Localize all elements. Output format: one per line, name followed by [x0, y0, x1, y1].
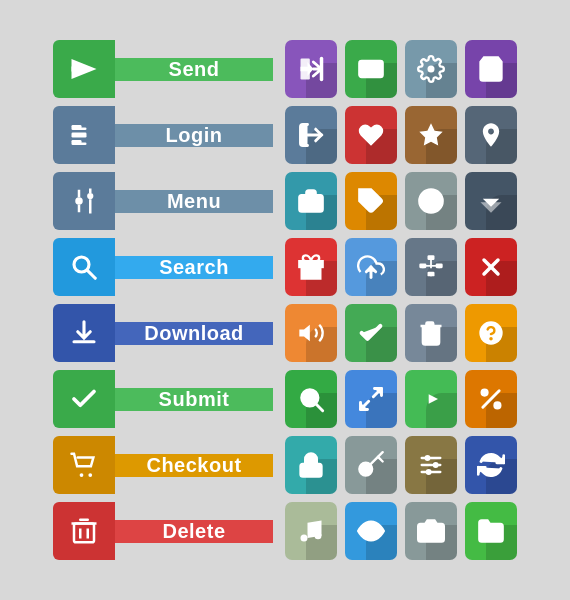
- btn-menu-icon: [53, 172, 115, 230]
- icon-play[interactable]: [405, 370, 457, 428]
- svg-point-65: [425, 455, 431, 461]
- btn-search-label: Search: [115, 256, 273, 279]
- icon-eye[interactable]: [345, 502, 397, 560]
- button-column: SendLoginMenuSearchDownloadSubmitCheckou…: [53, 40, 273, 560]
- btn-checkout[interactable]: Checkout: [53, 436, 273, 494]
- btn-menu[interactable]: Menu: [53, 172, 273, 230]
- svg-point-67: [426, 469, 432, 475]
- svg-point-57: [482, 390, 488, 396]
- icon-chevron-down[interactable]: [465, 172, 517, 230]
- btn-login[interactable]: Login: [53, 106, 273, 164]
- svg-rect-59: [301, 464, 322, 477]
- icon-refresh[interactable]: [465, 436, 517, 494]
- icon-star[interactable]: [405, 106, 457, 164]
- icon-camera[interactable]: [405, 502, 457, 560]
- icon-pin[interactable]: [465, 106, 517, 164]
- svg-rect-33: [428, 255, 435, 260]
- main-container: SendLoginMenuSearchDownloadSubmitCheckou…: [35, 22, 535, 578]
- btn-download[interactable]: Download: [53, 304, 273, 362]
- icon-gear2[interactable]: [405, 40, 457, 98]
- svg-marker-45: [299, 325, 310, 341]
- svg-point-68: [301, 535, 308, 542]
- icon-info[interactable]: [405, 172, 457, 230]
- icon-search2[interactable]: [285, 370, 337, 428]
- icon-percent[interactable]: [465, 370, 517, 428]
- btn-download-icon: [53, 304, 115, 362]
- btn-login-icon: [53, 106, 115, 164]
- svg-line-51: [316, 404, 322, 410]
- svg-rect-4: [79, 128, 87, 131]
- svg-point-69: [315, 532, 322, 539]
- btn-search-icon: [53, 238, 115, 296]
- icon-close[interactable]: [465, 238, 517, 296]
- icon-expand[interactable]: [345, 370, 397, 428]
- svg-rect-0: [72, 67, 85, 72]
- svg-point-71: [426, 528, 435, 537]
- btn-checkout-label: Checkout: [115, 454, 273, 477]
- btn-send-icon: [53, 40, 115, 98]
- icon-question[interactable]: [465, 304, 517, 362]
- icon-org[interactable]: [405, 238, 457, 296]
- svg-point-58: [495, 403, 501, 409]
- icon-check[interactable]: [345, 304, 397, 362]
- svg-point-6: [75, 197, 83, 205]
- btn-login-label: Login: [115, 124, 273, 147]
- svg-rect-12: [74, 524, 94, 543]
- svg-marker-22: [419, 123, 442, 145]
- btn-submit-label: Submit: [115, 388, 273, 411]
- btn-send-label: Send: [115, 58, 273, 81]
- btn-download-label: Download: [115, 322, 273, 345]
- icon-tag[interactable]: [345, 172, 397, 230]
- icon-trash[interactable]: [405, 304, 457, 362]
- btn-submit-icon: [53, 370, 115, 428]
- btn-delete-label: Delete: [115, 520, 273, 543]
- icon-lock[interactable]: [285, 436, 337, 494]
- icon-music[interactable]: [285, 502, 337, 560]
- svg-point-70: [368, 528, 375, 535]
- btn-search[interactable]: Search: [53, 238, 273, 296]
- svg-rect-2: [72, 133, 87, 138]
- icon-mail[interactable]: [345, 40, 397, 98]
- btn-submit[interactable]: Submit: [53, 370, 273, 428]
- btn-delete[interactable]: Delete: [53, 502, 273, 560]
- btn-checkout-icon: [53, 436, 115, 494]
- btn-menu-label: Menu: [115, 190, 273, 213]
- icon-folder[interactable]: [465, 502, 517, 560]
- icon-cart[interactable]: [465, 40, 517, 98]
- icon-cloud-up[interactable]: [345, 238, 397, 296]
- svg-point-66: [433, 462, 439, 468]
- icon-gift[interactable]: [285, 238, 337, 296]
- icon-suitcase[interactable]: [285, 172, 337, 230]
- icon-heart[interactable]: [345, 106, 397, 164]
- icon-sliders[interactable]: [405, 436, 457, 494]
- svg-line-61: [378, 457, 383, 462]
- svg-rect-5: [79, 143, 87, 146]
- svg-point-10: [80, 473, 84, 477]
- icon-grid: [285, 40, 517, 560]
- svg-line-9: [87, 270, 95, 278]
- icon-arrow-in[interactable]: [285, 40, 337, 98]
- svg-marker-55: [429, 394, 438, 403]
- svg-point-7: [87, 193, 93, 199]
- icon-speaker[interactable]: [285, 304, 337, 362]
- icon-key[interactable]: [345, 436, 397, 494]
- svg-point-11: [88, 473, 92, 477]
- btn-send[interactable]: Send: [53, 40, 273, 98]
- icon-exit[interactable]: [285, 106, 337, 164]
- btn-delete-icon: [53, 502, 115, 560]
- svg-point-19: [428, 66, 435, 73]
